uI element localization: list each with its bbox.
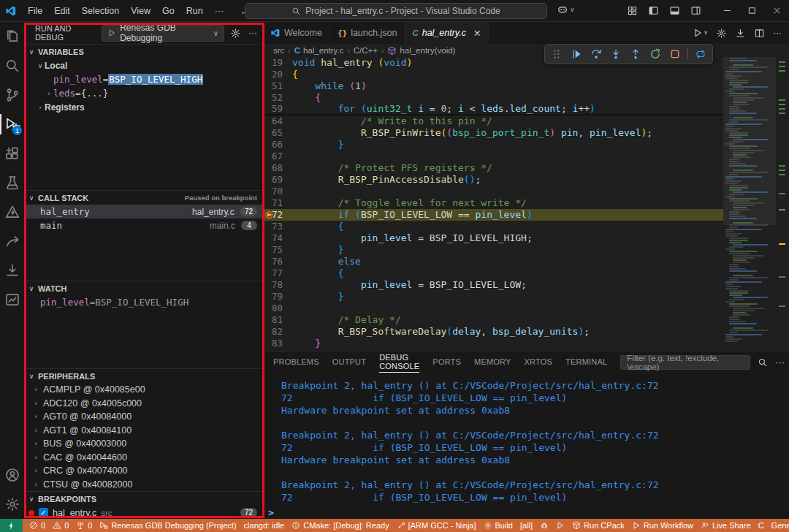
- search-icon[interactable]: [758, 357, 768, 368]
- code-editor[interactable]: 19void hal_entry (void)20{51 while (1)52…: [263, 57, 723, 351]
- variables-scope-local[interactable]: ∨Local: [24, 58, 263, 72]
- tab-launch-json[interactable]: {}launch.json: [330, 22, 405, 44]
- status-live-share[interactable]: Live Share: [697, 519, 755, 532]
- loop-button[interactable]: [691, 46, 710, 62]
- breakpoint-row-hal_entry.c[interactable]: ✓hal_entry.csrc72: [24, 506, 263, 519]
- menu-[interactable]: ···: [209, 6, 230, 16]
- status-play[interactable]: [552, 519, 568, 532]
- peripheral-row-agt1[interactable]: ›AGT1 @ 0x40084100: [24, 424, 263, 438]
- menu-selection[interactable]: Selection: [76, 6, 125, 16]
- layout-grid-icon[interactable]: [627, 5, 638, 16]
- step-out-button[interactable]: [626, 46, 645, 62]
- code-line-52[interactable]: 52 {: [263, 92, 723, 104]
- code-line-76[interactable]: 76 else: [263, 256, 723, 267]
- code-line-65[interactable]: 65 R_BSP_PinWrite((bsp_io_port_pin_t) pi…: [263, 127, 723, 139]
- console-filter-input[interactable]: Filter (e.g. text, !exclude, \escape): [620, 355, 750, 370]
- remote-indicator[interactable]: [0, 519, 23, 532]
- code-line-68[interactable]: 68 /* Protect PFS registers */: [263, 162, 723, 174]
- status-cmake-debug-ready[interactable]: CMake: [Debug]: Ready: [288, 519, 392, 532]
- panel-tab-memory[interactable]: MEMORY: [474, 352, 511, 373]
- activity-graph-button[interactable]: [0, 285, 24, 314]
- code-line-75[interactable]: 75 }: [263, 244, 723, 256]
- status-renesas-gdb-debugging-project[interactable]: Renesas GDB Debugging (Project): [96, 519, 240, 532]
- layout-panel-icon[interactable]: [669, 5, 680, 16]
- peripheral-row-crc[interactable]: ›CRC @ 0x40074000: [24, 464, 263, 478]
- code-line-69[interactable]: 69 R_BSP_PinAccessDisable();: [263, 174, 723, 186]
- peripheral-row-bus[interactable]: ›BUS @ 0x40003000: [24, 437, 263, 451]
- more-actions-icon[interactable]: ···: [248, 28, 257, 38]
- panel-tab-problems[interactable]: PROBLEMS: [273, 352, 319, 373]
- debug-console-input[interactable]: >: [263, 506, 789, 519]
- menu-file[interactable]: File: [22, 6, 48, 16]
- peripheral-row-acmplp[interactable]: ›ACMPLP @ 0x40085e00: [24, 383, 263, 397]
- watch-row-pin_level[interactable]: pin_level = BSP_IO_LEVEL_HIGH: [24, 295, 263, 309]
- menu-view[interactable]: View: [125, 6, 156, 16]
- maximize-button[interactable]: [739, 0, 764, 21]
- status-arm-gcc-ninja[interactable]: [ARM GCC - Ninja]: [393, 519, 480, 532]
- peripheral-row-cac[interactable]: ›CAC @ 0x40044600: [24, 451, 263, 465]
- variable-row-leds[interactable]: ›leds = {...}: [24, 86, 263, 100]
- code-line-59[interactable]: 59 for (uint32_t i = 0; i < leds.led_cou…: [263, 104, 723, 115]
- status-build[interactable]: Build: [480, 519, 517, 532]
- watch-section-header[interactable]: ∨WATCH: [24, 281, 263, 295]
- gear-icon[interactable]: [230, 28, 241, 39]
- breadcrumb-item[interactable]: C/C++: [354, 46, 378, 55]
- layout-sidebar-left-icon[interactable]: [648, 5, 659, 16]
- restart-button[interactable]: [646, 46, 665, 62]
- peripherals-section-header[interactable]: ∨PERIPHERALS: [24, 369, 263, 383]
- overview-ruler[interactable]: [776, 57, 789, 351]
- minimap-slider[interactable]: [723, 57, 776, 225]
- continue-button[interactable]: [567, 46, 586, 62]
- peripheral-row-agt0[interactable]: ›AGT0 @ 0x40084000: [24, 410, 263, 424]
- variable-row-pin_level[interactable]: pin_level = BSP_IO_LEVEL_HIGH: [24, 72, 263, 86]
- debug-console-output[interactable]: Breakpoint 2, hal_entry () at C:/VSCode/…: [263, 373, 789, 506]
- layout-sidebar-right-icon[interactable]: [690, 5, 701, 16]
- panel-tab-ports[interactable]: PORTS: [432, 352, 461, 373]
- code-line-79[interactable]: 79 }: [263, 291, 723, 303]
- status-run-workflow[interactable]: Run Workflow: [628, 519, 697, 532]
- activity-source-control-button[interactable]: [0, 80, 24, 110]
- tab-welcome[interactable]: Welcome: [263, 22, 330, 44]
- activity-beaker-button[interactable]: [0, 168, 24, 197]
- step-over-button[interactable]: [587, 46, 606, 62]
- split-editor-icon[interactable]: [754, 28, 765, 39]
- code-line-64[interactable]: 64 /* Write to this pin */: [263, 115, 723, 127]
- panel-tab-xrtos[interactable]: XRTOS: [525, 352, 553, 373]
- code-line-72[interactable]: 72 if (BSP_IO_LEVEL_LOW == pin_level): [263, 209, 723, 221]
- code-line-20[interactable]: 20{: [263, 69, 723, 80]
- breakpoints-section-header[interactable]: ∨BREAKPOINTS: [24, 492, 263, 506]
- activity-debug-button[interactable]: 1: [0, 110, 24, 139]
- peripheral-row-ctsu[interactable]: ›CTSU @ 0x40082000: [24, 478, 263, 492]
- code-line-73[interactable]: 73 {: [263, 221, 723, 232]
- close-icon[interactable]: ✕: [473, 28, 481, 39]
- code-line-77[interactable]: 77 {: [263, 267, 723, 279]
- panel-tab-debug-console[interactable]: DEBUG CONSOLE: [379, 352, 419, 373]
- grip-button[interactable]: [547, 46, 566, 62]
- breadcrumb-item[interactable]: hal_entry(void): [387, 46, 455, 56]
- breadcrumb-item[interactable]: src: [273, 46, 284, 55]
- status-generic[interactable]: Generic: [768, 519, 789, 532]
- callstack-frame-hal_entry[interactable]: hal_entryhal_entry.c72: [24, 205, 263, 218]
- variables-section-header[interactable]: ∨VARIABLES: [24, 45, 263, 58]
- more-actions-icon[interactable]: ···: [773, 28, 782, 38]
- breakpoint-checkbox[interactable]: ✓: [39, 508, 48, 517]
- stop-button[interactable]: [666, 46, 685, 62]
- status-bug[interactable]: [536, 519, 552, 532]
- minimap[interactable]: [723, 57, 776, 351]
- activity-gear-button[interactable]: [0, 490, 24, 519]
- status-c[interactable]: C: [755, 519, 768, 532]
- code-line-82[interactable]: 82 R_BSP_SoftwareDelay(delay, bsp_delay_…: [263, 326, 723, 338]
- tab-hal_entry-c[interactable]: Chal_entry.c✕: [405, 22, 489, 44]
- activity-flask-bolt-button[interactable]: [0, 197, 24, 227]
- code-line-67[interactable]: 67: [263, 151, 723, 162]
- activity-install-button[interactable]: [0, 256, 24, 285]
- call-stack-section-header[interactable]: ∨CALL STACK Paused on breakpoint: [24, 191, 263, 205]
- window-search-box[interactable]: Project - hal_entry.c - Project - Visual…: [245, 3, 547, 19]
- activity-account-button[interactable]: [0, 460, 24, 490]
- status-run-cpack[interactable]: Run CPack: [568, 519, 628, 532]
- install-icon[interactable]: [735, 28, 746, 39]
- menu-go[interactable]: Go: [156, 6, 180, 16]
- code-line-70[interactable]: 70: [263, 186, 723, 197]
- panel-tab-terminal[interactable]: TERMINAL: [565, 352, 607, 373]
- launch-config-dropdown[interactable]: Renesas GDB Debugging ∨: [102, 25, 224, 42]
